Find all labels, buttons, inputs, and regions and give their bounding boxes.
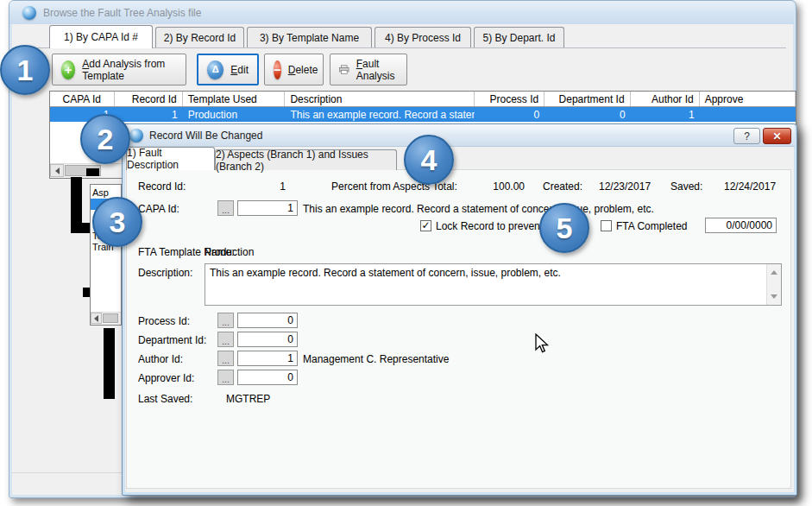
lock-record-checkbox[interactable]: ✓ (420, 220, 431, 231)
col-capa-id[interactable]: CAPA Id (50, 92, 115, 106)
col-author-id[interactable]: Author Id (631, 92, 700, 106)
fta-completed-checkbox[interactable] (601, 220, 612, 231)
add-analysis-button[interactable]: + Add Analysis from Template (52, 54, 186, 85)
record-id-label: Record Id: (138, 180, 186, 193)
delete-button[interactable]: − Delete (264, 54, 324, 85)
scroll-thumb[interactable] (103, 313, 118, 323)
record-id-value: 1 (242, 180, 286, 193)
approver-id-label: Approver Id: (138, 372, 194, 384)
grid-selected-row[interactable]: 1 1 Production This an example record. R… (50, 107, 796, 122)
main-titlebar: Browse the Fault Tree Analysis file (9, 1, 794, 24)
saved-value: 12/24/2017 (724, 180, 776, 193)
printer-icon (339, 63, 349, 77)
approver-id-input[interactable]: 0 (237, 370, 298, 385)
mouse-cursor (535, 333, 550, 354)
callout-4: 4 (404, 135, 454, 185)
app-globe-icon (22, 6, 36, 20)
approver-browse-button[interactable]: ... (217, 370, 234, 385)
saved-label: Saved: (670, 180, 702, 193)
department-browse-button[interactable]: ... (217, 332, 234, 347)
fta-completed-label: FTA Completed (616, 220, 687, 232)
process-id-label: Process Id: (138, 315, 190, 327)
dialog-tab-aspects-issues[interactable]: 2) Aspects (Branch 1) and Issues (Branch… (215, 149, 397, 170)
main-window-title: Browse the Fault Tree Analysis file (43, 7, 201, 19)
author-note: Management C. Representative (303, 353, 449, 365)
process-id-input[interactable]: 0 (237, 313, 298, 328)
callout-5: 5 (539, 203, 589, 253)
capa-id-label: CAPA Id: (138, 203, 179, 215)
dialog-titlebar: Record Will Be Changed (123, 124, 795, 147)
created-value: 12/23/2017 (599, 180, 651, 193)
col-department-id[interactable]: Department Id (544, 92, 630, 106)
dialog-tab-page (126, 169, 791, 489)
panel-horizontal-scrollbar[interactable] (91, 312, 121, 325)
capa-note: This an example record. Record a stateme… (303, 203, 654, 215)
capa-id-input[interactable]: 1 (237, 200, 298, 216)
callout-3: 3 (92, 197, 142, 247)
department-id-input[interactable]: 0 (237, 332, 298, 347)
process-browse-button[interactable]: ... (217, 313, 234, 328)
left-arrow-icon (52, 168, 60, 174)
scroll-left-button[interactable] (50, 164, 64, 177)
col-process-id[interactable]: Process Id (475, 92, 544, 106)
edit-button[interactable]: Δ Edit (197, 54, 259, 85)
description-vertical-scrollbar[interactable] (766, 264, 781, 305)
col-record-id[interactable]: Record Id (115, 92, 183, 106)
callout-1: 1 (0, 45, 50, 95)
capa-browse-button[interactable]: ... (217, 200, 234, 216)
callout-2: 2 (80, 114, 130, 164)
dialog-globe-icon (129, 129, 143, 142)
tab-by-process-id[interactable]: 4) By Process Id (375, 27, 471, 47)
grid-header-row: CAPA Id Record Id Template Used Descript… (50, 92, 796, 107)
up-arrow-icon (771, 267, 777, 275)
author-browse-button[interactable]: ... (217, 351, 234, 366)
add-plus-icon: + (61, 60, 75, 79)
author-id-input[interactable]: 1 (237, 351, 298, 366)
last-saved-value: MGTREP (226, 393, 270, 405)
created-label: Created: (543, 180, 582, 193)
percent-value: 100.00 (467, 180, 525, 193)
left-arrow-icon (91, 315, 98, 322)
edit-triangle-icon: Δ (207, 60, 223, 79)
dialog-title: Record Will Be Changed (149, 130, 262, 142)
tab-by-capa-id[interactable]: 1) By CAPA Id # (49, 25, 153, 48)
fta-date-field[interactable]: 0/00/0000 (705, 218, 777, 233)
department-id-label: Department Id: (138, 334, 206, 346)
tab-by-depart-id[interactable]: 5) By Depart. Id (474, 27, 564, 47)
tab-by-template-name[interactable]: 3) By Template Name (247, 27, 372, 47)
col-description[interactable]: Description (285, 92, 475, 106)
dialog-help-button[interactable]: ? (733, 128, 760, 144)
col-approver-id[interactable]: Approve (700, 92, 796, 106)
down-arrow-icon (771, 294, 777, 302)
screenshot-stage: Browse the Fault Tree Analysis file 1) B… (0, 0, 812, 506)
fault-analysis-button[interactable]: Fault Analysis (330, 54, 407, 85)
delete-minus-icon: − (274, 60, 281, 79)
tab-by-record-id[interactable]: 2) By Record Id (155, 27, 244, 47)
author-id-label: Author Id: (138, 353, 183, 365)
description-label: Description: (138, 267, 192, 279)
fta-template-value: Production (205, 246, 254, 258)
last-saved-label: Last Saved: (138, 393, 192, 405)
fault-tree-connector (104, 328, 115, 399)
dialog-close-button[interactable]: ✕ (763, 128, 791, 144)
description-textarea[interactable]: This an example record. Record a stateme… (205, 263, 782, 306)
col-template-used[interactable]: Template Used (183, 92, 286, 106)
dialog-tab-fault-description[interactable]: 1) Fault Description (126, 147, 215, 170)
scroll-left-button[interactable] (91, 313, 102, 324)
fault-tree-connector (86, 168, 99, 176)
